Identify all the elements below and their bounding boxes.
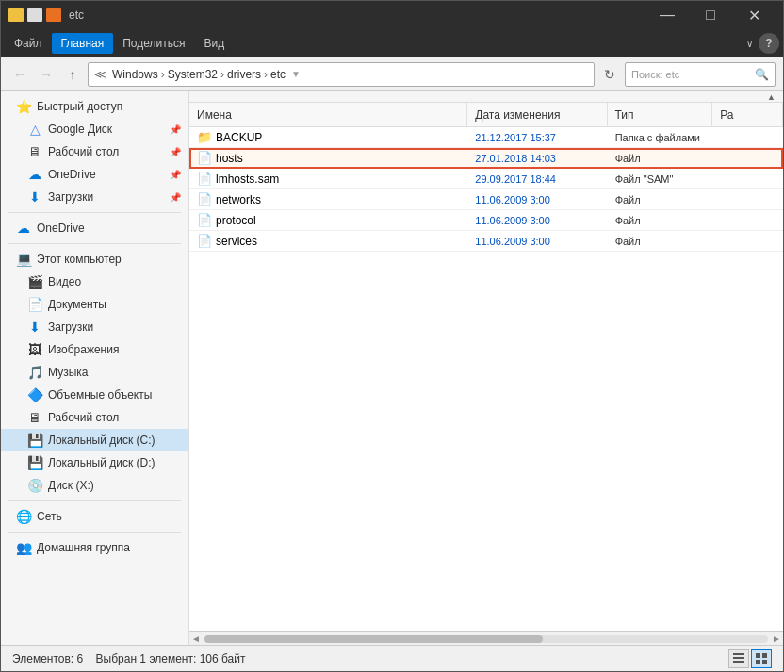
desktop2-icon: 🖥	[27, 410, 42, 425]
svg-rect-4	[762, 653, 767, 658]
file-row-hosts[interactable]: 📄 hosts 27.01.2018 14:03 Файл	[189, 148, 783, 169]
sidebar-item-onedrive[interactable]: ☁ OneDrive	[1, 217, 188, 239]
menu-chevron[interactable]: ∨	[746, 39, 753, 49]
path-separator1: ≪	[94, 68, 106, 81]
sidebar-label-desktop1: Рабочий стол	[48, 145, 164, 158]
file-row-lmhosts[interactable]: 📄 lmhosts.sam 29.09.2017 18:44 Файл "SAM…	[189, 169, 783, 189]
menu-share[interactable]: Поделиться	[113, 33, 194, 54]
address-path[interactable]: ≪ Windows › System32 › drivers › etc ▼	[88, 62, 595, 87]
column-header: Имена Дата изменения Тип Ра	[189, 103, 783, 127]
sidebar-item-quick-access[interactable]: ⭐ Быстрый доступ	[1, 95, 188, 118]
sidebar-label-local-c: Локальный диск (C:)	[48, 434, 181, 447]
scroll-track[interactable]	[204, 635, 768, 643]
file-label-hosts: hosts	[216, 152, 243, 165]
svg-rect-3	[756, 653, 760, 658]
file-name-protocol: 📄 protocol	[189, 213, 467, 228]
sidebar-item-docs[interactable]: 📄 Документы	[1, 293, 188, 316]
file-row-networks[interactable]: 📄 networks 11.06.2009 3:00 Файл	[189, 189, 783, 210]
status-bar: Элементов: 6 Выбран 1 элемент: 106 байт	[1, 645, 783, 671]
title-icon-orange	[46, 8, 61, 22]
help-button[interactable]: ?	[759, 33, 779, 54]
quick-access-icon: ⭐	[16, 99, 31, 114]
video-icon: 🎬	[27, 274, 42, 289]
file-list-scroll[interactable]: Имена Дата изменения Тип Ра 📁	[189, 103, 783, 631]
status-count: Элементов: 6 Выбран 1 элемент: 106 байт	[12, 652, 728, 665]
col-header-type[interactable]: Тип	[608, 103, 713, 126]
file-row-services[interactable]: 📄 services 11.06.2009 3:00 Файл	[189, 231, 783, 252]
main-area: ⭐ Быстрый доступ △ Google Диск 📌 🖥 Рабоч…	[1, 91, 783, 645]
sidebar-item-local-c[interactable]: 💾 Локальный диск (C:)	[1, 429, 188, 451]
view-list-button[interactable]	[728, 649, 749, 668]
sidebar-item-3d[interactable]: 🔷 Объемные объекты	[1, 384, 188, 406]
scroll-thumb[interactable]	[204, 635, 543, 643]
sidebar-item-downloads[interactable]: ⬇ Загрузки	[1, 316, 188, 338]
forward-button[interactable]: →	[35, 63, 57, 86]
file-date-backup: 21.12.2017 15:37	[467, 132, 607, 143]
refresh-button[interactable]: ↻	[598, 63, 621, 86]
menu-view[interactable]: Вид	[194, 33, 234, 54]
sidebar-item-network[interactable]: 🌐 Сеть	[1, 505, 188, 528]
sidebar-label-3d: Объемные объекты	[48, 388, 181, 402]
file-type-backup: Папка с файлами	[608, 132, 713, 143]
file-label-networks: networks	[216, 193, 261, 206]
sidebar-item-this-pc[interactable]: 💻 Этот компьютер	[1, 248, 188, 270]
title-icon-white	[27, 8, 42, 22]
sidebar-item-desktop2[interactable]: 🖥 Рабочий стол	[1, 406, 188, 429]
pin-icon3: 📌	[170, 170, 181, 180]
file-icon-lmhosts: 📄	[197, 172, 212, 187]
sidebar-item-google-drive[interactable]: △ Google Диск 📌	[1, 118, 188, 140]
view-grid-button[interactable]	[751, 649, 772, 668]
file-type-hosts: Файл	[608, 153, 713, 164]
maximize-button[interactable]: □	[689, 1, 732, 29]
sidebar-item-images[interactable]: 🖼 Изображения	[1, 338, 188, 361]
menu-file[interactable]: Файл	[5, 33, 52, 54]
search-icon[interactable]: 🔍	[755, 68, 769, 81]
path-drivers[interactable]: drivers	[225, 68, 263, 81]
minimize-button[interactable]: —	[645, 1, 689, 29]
file-type-services: Файл	[608, 236, 713, 247]
sidebar-item-desktop1[interactable]: 🖥 Рабочий стол 📌	[1, 140, 188, 163]
disk-x-icon: 💿	[27, 478, 42, 493]
title-bar: etc — □ ✕	[1, 1, 783, 29]
scroll-left-btn[interactable]: ◄	[191, 633, 201, 644]
file-icon-networks: 📄	[197, 192, 212, 207]
sidebar-label-music: Музыка	[48, 366, 181, 379]
up-button[interactable]: ↑	[61, 63, 84, 86]
divider2	[8, 243, 181, 244]
file-name-backup: 📁 BACKUP	[189, 130, 467, 145]
sidebar-label-onedrive: OneDrive	[37, 221, 181, 235]
file-type-protocol: Файл	[608, 215, 713, 226]
col-header-name[interactable]: Имена	[189, 103, 467, 126]
col-header-size[interactable]: Ра	[712, 103, 783, 126]
path-windows[interactable]: Windows	[110, 68, 160, 81]
close-button[interactable]: ✕	[732, 1, 776, 29]
window-title: etc	[69, 8, 645, 22]
menu-home[interactable]: Главная	[52, 33, 114, 54]
file-row-protocol[interactable]: 📄 protocol 11.06.2009 3:00 Файл	[189, 210, 783, 231]
music-icon: 🎵	[27, 365, 42, 380]
sidebar-item-local-d[interactable]: 💾 Локальный диск (D:)	[1, 451, 188, 474]
path-system32[interactable]: System32	[166, 68, 220, 81]
scroll-right-btn[interactable]: ►	[772, 633, 781, 644]
sidebar-item-video[interactable]: 🎬 Видео	[1, 270, 188, 293]
col-header-date[interactable]: Дата изменения	[467, 103, 607, 126]
file-icon-protocol: 📄	[197, 213, 212, 228]
sidebar-label-disk-x: Диск (X:)	[48, 479, 181, 492]
file-row-backup[interactable]: 📁 BACKUP 21.12.2017 15:37 Папка с файлам…	[189, 127, 783, 148]
path-sep1: ›	[161, 68, 165, 81]
search-box[interactable]: Поиск: etc 🔍	[625, 62, 776, 87]
sidebar-item-disk-x[interactable]: 💿 Диск (X:)	[1, 474, 188, 497]
sidebar-item-music[interactable]: 🎵 Музыка	[1, 361, 188, 384]
sidebar-label-this-pc: Этот компьютер	[37, 253, 181, 266]
sidebar-label-onedrive-q: OneDrive	[48, 168, 164, 181]
path-etc[interactable]: etc	[269, 68, 287, 81]
sidebar-item-downloads-q[interactable]: ⬇ Загрузки 📌	[1, 186, 188, 208]
path-dropdown-icon[interactable]: ▼	[291, 69, 301, 79]
sidebar-item-homegroup[interactable]: 👥 Домашняя группа	[1, 536, 188, 559]
title-icon-yellow	[8, 8, 24, 22]
sidebar-item-onedrive-q[interactable]: ☁ OneDrive 📌	[1, 163, 188, 186]
title-icons	[8, 8, 61, 22]
back-button[interactable]: ←	[8, 63, 31, 86]
horizontal-scrollbar[interactable]: ◄ ►	[189, 631, 783, 645]
svg-rect-5	[756, 660, 760, 664]
